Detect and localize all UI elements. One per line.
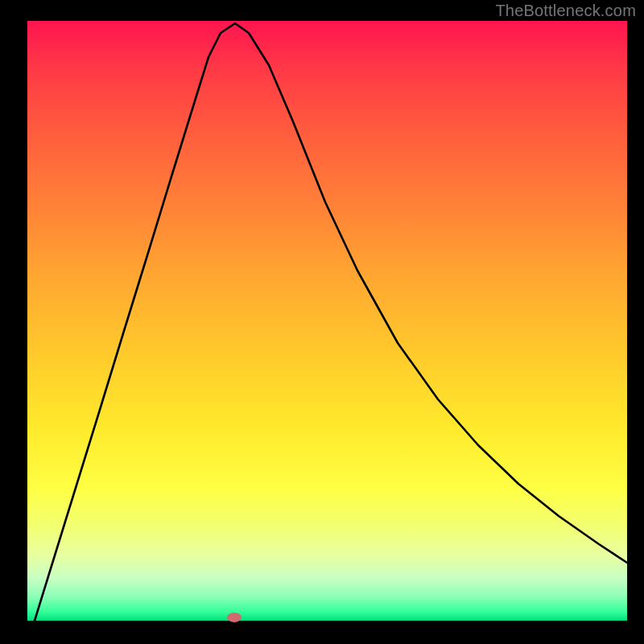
chart-plot-area: [27, 21, 627, 621]
bottleneck-line-icon: [35, 23, 627, 621]
watermark-text: TheBottleneck.com: [495, 2, 636, 20]
chart-curve: [27, 21, 627, 621]
chart-marker-dot: [227, 613, 242, 622]
